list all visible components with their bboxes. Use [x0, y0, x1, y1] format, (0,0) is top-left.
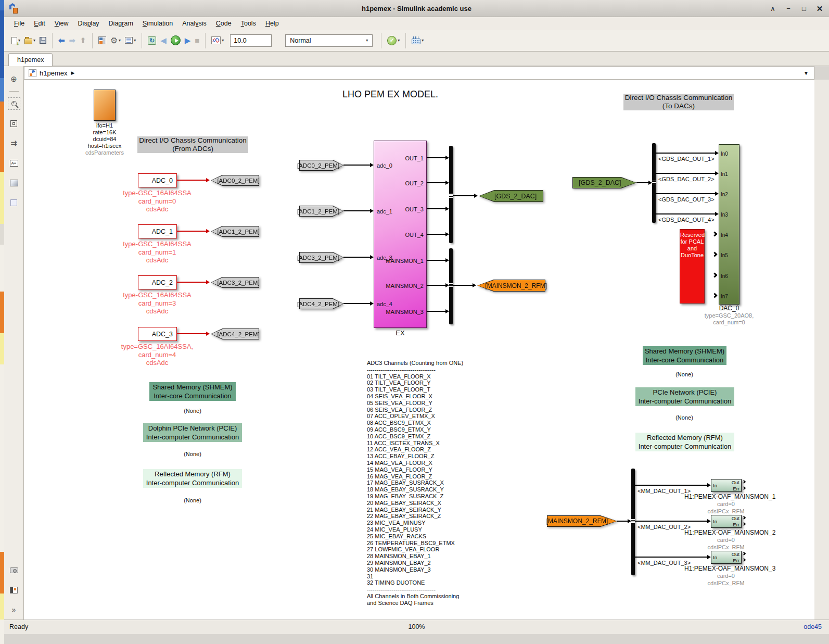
menu-code[interactable]: Code — [211, 19, 236, 28]
ipc-block[interactable]: In Out Err — [711, 515, 742, 528]
cds-parameters-block[interactable] — [94, 90, 116, 121]
breadcrumb-root[interactable]: h1pemex — [40, 69, 67, 77]
arrowhead — [206, 280, 210, 284]
title-bar[interactable]: h1pemex - Simulink academic use ∧ − □ ✕ — [4, 0, 829, 17]
signal-line — [427, 208, 445, 209]
model-configuration-button[interactable]: ⚙▾ — [109, 35, 122, 46]
step-forward-button[interactable]: ▶ — [183, 35, 193, 46]
breadcrumb-dropdown-icon[interactable]: ▼ — [804, 70, 809, 76]
model-explorer-button[interactable]: ▾ — [123, 35, 137, 45]
channel-list-title: ADC3 Channels (Counting from ONE) — [367, 360, 502, 367]
solver-name[interactable]: ode45 — [804, 623, 822, 630]
menu-edit[interactable]: Edit — [29, 19, 50, 28]
menu-diagram[interactable]: Diagram — [104, 19, 138, 28]
ex-subsystem-block[interactable]: adc_0 adc_1 adc_3 adc_4 OUT_1 OUT_2 OUT_… — [374, 141, 427, 328]
ipc-block[interactable]: In Out Err — [711, 551, 742, 564]
adc-block[interactable]: ADC_1 — [138, 224, 177, 238]
image-annotation-button[interactable] — [8, 176, 20, 189]
breadcrumb-arrow-icon: ▶ — [71, 70, 74, 75]
chevron-down-icon[interactable]: ▾ — [398, 38, 400, 43]
goto-tag-gds[interactable]: [GDS_2_DAC] — [479, 190, 543, 202]
signal-routing-button[interactable]: ⇉ — [8, 137, 20, 149]
signal-line — [427, 234, 445, 235]
from-tag[interactable]: [ADC1_2_PEM] — [299, 206, 343, 217]
expand-sidebar-button[interactable]: » — [8, 603, 20, 616]
chevron-down-icon[interactable]: ▾ — [119, 38, 121, 43]
breadcrumb[interactable]: h1pemex ▶ ▼ — [24, 66, 814, 80]
stop-square-icon: ■ — [195, 36, 199, 44]
back-button[interactable]: ⬅ — [57, 35, 67, 46]
dac-block[interactable]: In0 In1 In2 In3 In4 In5 In6 In7 — [719, 144, 739, 305]
adc-block[interactable]: ADC_2 — [138, 275, 177, 289]
goto-tag[interactable]: [ADC4_2_PEM] — [211, 329, 259, 339]
forward-button[interactable]: ➡ — [68, 35, 78, 46]
menu-tools[interactable]: Tools — [236, 19, 261, 28]
goto-tag-mainsmon[interactable]: [MAINSMON_2_RFM] — [477, 280, 545, 292]
menu-display[interactable]: Display — [73, 19, 104, 28]
control-panel-button[interactable]: ▾ — [410, 35, 425, 46]
from-tag[interactable]: [ADC0_2_PEM] — [299, 160, 343, 171]
run-button[interactable] — [169, 34, 182, 47]
channel-line: 31 — [367, 573, 502, 580]
sample-time-legend-button[interactable] — [8, 584, 20, 596]
model-title: LHO PEM EX MODEL. — [315, 89, 466, 100]
toolbar-separator — [405, 33, 406, 48]
channel-line: 01 TILT_VEA_FLOOR_X — [367, 373, 502, 380]
toolbar-separator — [52, 33, 53, 48]
close-button[interactable]: ✕ — [815, 4, 824, 14]
maximize-button[interactable]: □ — [800, 5, 808, 12]
simulation-data-inspector-button[interactable]: ▾ — [210, 35, 225, 46]
signal-line — [617, 521, 628, 522]
chevron-down-icon[interactable]: ▾ — [134, 38, 136, 43]
signal-line — [177, 231, 207, 232]
open-model-button[interactable]: ▾ — [23, 35, 37, 46]
from-tag[interactable]: [ADC4_2_PEM] — [299, 298, 343, 309]
rollup-button[interactable]: ∧ — [769, 5, 777, 12]
signal-line — [635, 521, 707, 522]
library-browser-button[interactable] — [97, 35, 108, 46]
hide-model-browser-button[interactable]: ⊕ — [8, 73, 20, 85]
step-back-button[interactable]: ◀ — [159, 35, 168, 46]
from-tag-mainsmon[interactable]: [MAINSMON_2_RFM] — [547, 515, 617, 527]
status-bar: Ready 100% ode45 — [4, 620, 829, 634]
menu-analysis[interactable]: Analysis — [177, 19, 211, 28]
channel-line: 28 MAINSMON_EBAY_1 — [367, 553, 502, 560]
screenshot-button[interactable] — [8, 564, 20, 576]
chevron-down-icon[interactable]: ▾ — [33, 38, 35, 43]
update-diagram-button[interactable]: ↻ — [146, 35, 158, 46]
ipc-block[interactable]: In Out Err — [711, 479, 742, 492]
menu-simulation[interactable]: Simulation — [138, 19, 177, 28]
from-tag-gds[interactable]: [GDS_2_DAC] — [572, 177, 636, 188]
menu-file[interactable]: File — [9, 19, 29, 28]
signal-label: <GDS_DAC_OUT_1> — [658, 156, 715, 162]
annotation-button[interactable]: A≡ — [8, 157, 20, 169]
minimize-button[interactable]: − — [784, 5, 793, 12]
chevron-down-icon[interactable]: ▾ — [422, 38, 424, 43]
arrowhead — [445, 232, 449, 236]
simulation-mode-select[interactable]: Normal ▾ — [285, 34, 373, 47]
arrowhead — [206, 229, 210, 233]
model-advisor-button[interactable]: ✓▾ — [386, 34, 401, 47]
new-model-button[interactable]: ▾ — [10, 35, 22, 46]
up-to-parent-button[interactable]: ⬆ — [78, 35, 88, 46]
stop-button[interactable]: ■ — [193, 35, 201, 46]
reserved-block[interactable]: Reservedfor PCALandDuoTone — [680, 229, 705, 304]
menu-view[interactable]: View — [50, 19, 73, 28]
chevron-down-icon[interactable]: ▾ — [222, 38, 224, 43]
adc-annotation: type-GSC_16AI64SSAcard_num=3cdsAdc — [121, 291, 194, 315]
zoom-button[interactable] — [8, 97, 20, 110]
stop-time-input[interactable] — [230, 34, 272, 47]
arrowhead — [370, 255, 374, 259]
goto-tag[interactable]: [ADC1_2_PEM] — [211, 226, 259, 237]
goto-tag[interactable]: [ADC0_2_PEM] — [211, 175, 259, 186]
model-canvas[interactable]: LHO PEM EX MODEL. ifo=H1 rate=16K dcuid=… — [24, 80, 814, 620]
goto-tag[interactable]: [ADC3_2_PEM] — [211, 277, 259, 288]
menu-help[interactable]: Help — [261, 19, 284, 28]
tab-h1pemex[interactable]: h1pemex — [8, 53, 53, 66]
save-button[interactable] — [38, 35, 48, 45]
adc-block[interactable]: ADC_0 — [138, 173, 177, 187]
fit-to-view-button[interactable] — [8, 117, 20, 130]
area-box-button[interactable] — [8, 196, 20, 209]
adc-block[interactable]: ADC_3 — [138, 327, 177, 341]
from-tag[interactable]: [ADC3_2_PEM] — [299, 252, 343, 263]
